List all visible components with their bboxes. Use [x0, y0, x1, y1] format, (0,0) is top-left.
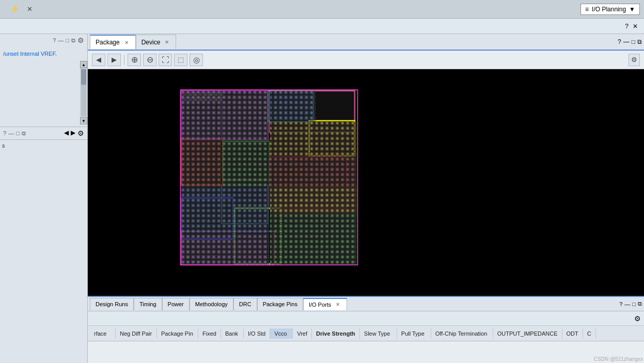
col-off-chip-term[interactable]: Off-Chip Termination — [431, 328, 493, 339]
sidebar-top-toolbar: ? — □ ⧉ ⚙ — [0, 34, 87, 46]
sidebar-minimize-icon[interactable]: — — [58, 37, 64, 43]
col-neg-diff-pair[interactable]: Neg Diff Pair — [116, 328, 157, 339]
main-tab-bar: Package ✕ Device ✕ ? — □ ⧉ — [88, 34, 644, 51]
io-planning-label: I/O Planning — [592, 6, 626, 13]
lightning-icon[interactable]: ⚡ — [8, 4, 21, 14]
col-odt[interactable]: ODT — [562, 328, 583, 339]
x-icon[interactable]: ✕ — [25, 4, 35, 14]
col-fixed[interactable]: Fixed — [198, 328, 221, 339]
svg-rect-41 — [270, 91, 316, 122]
sidebar-port-label: s — [2, 143, 5, 149]
col-interface[interactable]: rface — [90, 328, 116, 339]
sidebar-bottom-content: s — [0, 140, 87, 363]
tab-io-ports-close[interactable]: ✕ — [334, 301, 341, 308]
tab-design-runs[interactable]: Design Runs — [90, 298, 134, 310]
bottom-gear-icon[interactable]: ⚙ — [634, 314, 641, 323]
sidebar-forward-btn[interactable]: ▶ — [71, 129, 75, 137]
fit-btn[interactable]: ⛶ — [159, 54, 172, 66]
tab-methodology[interactable]: Methodology — [190, 298, 233, 310]
tab-question-icon[interactable]: ? — [618, 38, 621, 45]
tab-package[interactable]: Package ✕ — [90, 35, 136, 49]
sidebar-maximize-icon2[interactable]: □ — [16, 130, 20, 136]
view-toolbar: ◀ ▶ ⊕ ⊖ ⛶ ⬚ ◎ ⚙ — [88, 51, 644, 69]
bottom-tab-bar-right: ? — □ ⧉ — [619, 301, 642, 307]
col-vcco[interactable]: Vcco — [270, 328, 293, 339]
tab-maximize-icon[interactable]: □ — [632, 38, 635, 45]
bottom-panel: Design Runs Timing Power Methodology DRC… — [88, 296, 644, 363]
sidebar-back-btn[interactable]: ◀ — [64, 129, 69, 137]
select-btn[interactable]: ⬚ — [174, 54, 187, 66]
sidebar-gear-icon2[interactable]: ⚙ — [77, 129, 84, 137]
sidebar-float-icon[interactable]: ⧉ — [71, 37, 75, 44]
bottom-float-icon[interactable]: ⧉ — [638, 301, 642, 307]
sidebar-gear-icon[interactable]: ⚙ — [77, 36, 84, 44]
col-bank[interactable]: Bank — [221, 328, 244, 339]
tab-device-close[interactable]: ✕ — [163, 39, 170, 45]
sidebar-top-panel: ? — □ ⧉ ⚙ /unset Internal VREF. ▲ ▼ — [0, 34, 87, 127]
svg-rect-0 — [88, 85, 644, 280]
sidebar-minimize-icon2[interactable]: — — [8, 130, 14, 136]
col-slew-type[interactable]: Slew Type — [360, 328, 397, 339]
tab-bar-right: ? — □ ⧉ — [618, 38, 642, 45]
dropdown-arrow-icon: ▼ — [629, 6, 635, 13]
zoom-out-btn[interactable]: ⊖ — [143, 54, 156, 66]
col-c[interactable]: C — [583, 328, 596, 339]
zoom-in-btn[interactable]: ⊕ — [128, 54, 141, 66]
tab-package-label: Package — [96, 39, 120, 46]
sidebar-float-icon2[interactable]: ⧉ — [22, 130, 26, 137]
second-bar: ? ✕ — [0, 19, 644, 34]
scroll-track — [81, 69, 86, 116]
tab-package-pins[interactable]: Package Pins — [257, 298, 303, 310]
bottom-content-toolbar: ⚙ — [88, 311, 644, 326]
scroll-thumb[interactable] — [81, 69, 86, 85]
col-package-pin[interactable]: Package Pin — [157, 328, 198, 339]
canvas-area — [88, 69, 644, 296]
sidebar-maximize-icon[interactable]: □ — [66, 37, 69, 43]
sidebar-scrollbar[interactable]: ▲ ▼ — [80, 61, 87, 124]
sidebar-question-icon2[interactable]: ? — [3, 130, 6, 136]
nav-back-btn[interactable]: ◀ — [92, 54, 105, 66]
svg-rect-47 — [181, 235, 269, 265]
bottom-minimize-icon[interactable]: — — [624, 301, 630, 307]
tab-timing[interactable]: Timing — [134, 298, 162, 310]
tab-package-close[interactable]: ✕ — [123, 39, 130, 46]
tab-device[interactable]: Device ✕ — [136, 35, 177, 49]
tab-drc-label: DRC — [239, 301, 252, 307]
scroll-down-btn[interactable]: ▼ — [80, 117, 87, 124]
vref-link[interactable]: VREF — [41, 51, 55, 57]
tab-power-label: Power — [168, 301, 184, 307]
col-drive-strength[interactable]: Drive Strength — [312, 328, 360, 339]
scroll-up-btn[interactable]: ▲ — [80, 61, 87, 68]
tab-methodology-label: Methodology — [195, 301, 228, 307]
svg-rect-46 — [181, 186, 269, 235]
bottom-tab-bar: Design Runs Timing Power Methodology DRC… — [88, 297, 644, 311]
tab-float-icon[interactable]: ⧉ — [637, 38, 642, 45]
svg-rect-48 — [270, 214, 357, 265]
svg-rect-43 — [181, 140, 223, 186]
svg-rect-42 — [270, 122, 357, 158]
io-planning-dropdown[interactable]: ≡ I/O Planning ▼ — [580, 4, 640, 15]
left-sidebar: ? — □ ⧉ ⚙ /unset Internal VREF. ▲ ▼ — [0, 34, 88, 363]
nav-forward-btn[interactable]: ▶ — [107, 54, 121, 66]
tab-io-ports-label: I/O Ports — [309, 302, 331, 308]
tab-minimize-icon[interactable]: — — [623, 38, 630, 45]
bottom-maximize-icon[interactable]: □ — [632, 301, 636, 307]
tab-power[interactable]: Power — [162, 298, 190, 310]
toolbar-sep1 — [124, 55, 124, 65]
col-output-impedance[interactable]: OUTPUT_IMPEDANCE — [493, 328, 562, 339]
svg-rect-49 — [270, 186, 357, 214]
svg-rect-44 — [223, 140, 270, 186]
toolbar-right: ⚙ — [629, 54, 640, 66]
top-bar-left: ⚡ ✕ — [4, 4, 35, 14]
col-vref[interactable]: Vref — [293, 328, 312, 339]
bottom-question-icon[interactable]: ? — [619, 301, 622, 307]
tab-drc[interactable]: DRC — [233, 298, 257, 310]
sidebar-question-icon[interactable]: ? — [53, 37, 56, 43]
question-icon[interactable]: ? — [625, 23, 629, 30]
close-icon[interactable]: ✕ — [633, 23, 638, 30]
target-btn[interactable]: ◎ — [190, 54, 203, 66]
col-io-std[interactable]: I/O Std — [244, 328, 270, 339]
view-gear-btn[interactable]: ⚙ — [629, 54, 640, 66]
col-pull-type[interactable]: Pull Type — [397, 328, 431, 339]
tab-io-ports[interactable]: I/O Ports ✕ — [303, 298, 347, 310]
